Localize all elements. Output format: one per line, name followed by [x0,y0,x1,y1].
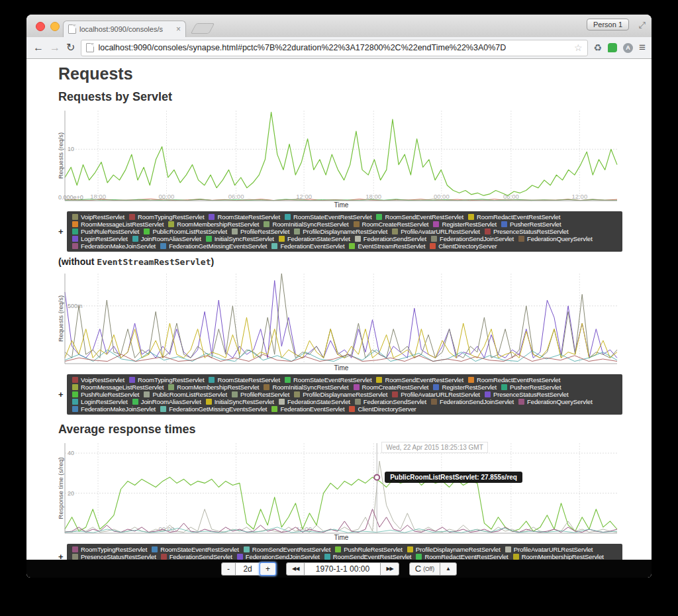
legend-item: RoomRedactEventRestServlet [468,213,560,221]
legend-swatch [468,377,474,383]
legend-swatch [433,221,439,227]
grow-range-button[interactable]: + [260,562,276,576]
refresh-toggle-button[interactable]: C(Off) [409,562,440,576]
svg-text:00:00: 00:00 [159,193,175,200]
legend-item: RoomStateEventRestServlet [285,213,371,221]
legend-swatch [349,406,355,412]
legend-item: ClientDirectoryServer [349,405,416,413]
legend-item: PusherRestServlet [501,384,561,391]
section-average-response-times: Average response times [58,423,620,436]
extension-shield-icon[interactable]: A [623,43,633,53]
legend-swatch [294,229,300,234]
legend-swatch [72,391,78,397]
legend-item: RoomSendEventRestServlet [244,546,331,553]
tab-title: localhost:9090/consoles/s [79,25,163,33]
legend-swatch [392,229,398,234]
legend-item: RoomInitialSyncRestServlet [264,384,348,391]
page-content: Requests Requests by Servlet 1018:0000:0… [26,59,652,578]
legend-item: RoomMembershipRestServlet [168,221,259,228]
legend-item: EventStreamRestServlet [349,242,425,250]
legend-swatch [264,384,269,390]
step-back-button[interactable]: ◀◀ [286,562,305,576]
legend-item: PushRuleRestServlet [335,546,402,553]
requests-by-servlet-chart[interactable]: 1018:0000:0006:0012:0018:0000:0006:0012:… [58,108,618,209]
legend-item: RoomTypingRestServlet [129,213,204,221]
legend-item: RoomCreateRestServlet [354,221,429,228]
tab-close-icon[interactable]: × [176,25,181,33]
back-button[interactable]: ← [33,42,44,53]
legend-swatch [72,399,78,405]
legend-item: FederationGetMissingEventsServlet [160,405,267,413]
legend-item: FederationSendServlet [355,398,426,405]
browser-toolbar: ← → ↻ localhost:9090/consoles/synapse.ht… [26,37,652,59]
fullscreen-icon[interactable]: ⤢ [639,20,646,30]
datetime-input[interactable] [304,562,381,576]
titlebar[interactable]: localhost:9090/consoles/s × Person 1 ⤢ [26,15,652,37]
step-forward-button[interactable]: ▶▶ [380,562,399,576]
legend-item: PublicRoomListRestServlet [144,391,227,398]
legend-swatch [376,377,382,383]
svg-text:06:00: 06:00 [228,193,244,200]
profile-button[interactable]: Person 1 [587,19,629,30]
reload-button[interactable]: ↻ [66,42,75,53]
legend-item: VoipRestServlet [72,213,124,221]
new-tab-button[interactable] [191,23,215,34]
legend-item: FederationEventServlet [271,405,344,413]
legend-swatch [513,554,519,560]
legend-item: ProfileDisplaynameRestServlet [407,546,501,553]
svg-text:Time: Time [334,364,349,372]
browser-tab[interactable]: localhost:9090/consoles/s × [63,21,186,37]
legend-expand-toggle[interactable]: + [58,227,67,236]
legend-swatch [72,377,78,383]
legend-item: InitialSyncRestServlet [206,398,274,405]
legend-swatch [416,554,422,560]
page-icon [86,43,94,52]
legend-swatch [285,214,291,220]
legend-swatch [468,214,474,220]
legend-item: PresenceStatusRestServlet [485,391,569,398]
range-input[interactable] [235,562,260,576]
legend-item: FederationSendJoinServlet [431,235,514,242]
bookmark-star-icon[interactable]: ☆ [574,42,583,53]
legend-item: LoginRestServlet [72,235,128,242]
legend-item: FederationStateServlet [279,398,350,405]
forward-button[interactable]: → [50,42,60,53]
legend-swatch [129,214,135,220]
legend-item: JoinRoomAliasServlet [132,398,201,405]
legend-swatch [72,243,78,249]
close-window-button[interactable] [36,22,45,31]
legend-item: RegisterRestServlet [433,384,497,391]
legend-swatch [72,384,78,390]
requests-without-eventstream-legend: VoipRestServletRoomTypingRestServletRoom… [67,374,622,415]
url-bar[interactable]: localhost:9090/consoles/synapse.html#pct… [81,40,587,56]
legend-swatch [237,554,243,560]
svg-text:500m: 500m [68,303,83,309]
svg-text:Requests (req/s): Requests (req/s) [58,295,64,342]
browser-window: localhost:9090/consoles/s × Person 1 ⤢ ←… [26,15,652,578]
svg-text:12:00: 12:00 [296,193,312,200]
legend-swatch [160,406,166,412]
legend-item: FederationStateServlet [279,235,350,242]
legend-item: PusherRestServlet [501,221,561,228]
legend-swatch [285,377,291,383]
legend-item: JoinRoomAliasServlet [132,235,201,242]
average-response-times-chart[interactable]: 402000:0012:00Response time (s/req)Time … [58,440,618,541]
extension-chat-icon[interactable] [608,43,617,52]
menu-icon[interactable]: ≡ [639,41,645,54]
legend-expand-toggle[interactable]: + [58,389,67,399]
tab-favicon-icon [68,25,76,34]
legend-swatch [335,546,341,552]
extension-recycle-icon[interactable]: ♻ [594,42,603,53]
minimize-window-button[interactable] [50,22,60,31]
legend-item: ProfileRestServlet [232,391,289,398]
legend-swatch [354,384,360,390]
legend-item: PublicRoomListRestServlet [144,228,227,235]
requests-without-eventstream-chart[interactable]: 500mRequests (req/s)Time [58,271,618,372]
legend-swatch [355,236,361,242]
legend-swatch [144,229,150,234]
refresh-interval-dropdown[interactable]: ▲ [440,562,457,576]
shrink-range-button[interactable]: - [221,562,236,576]
legend-item: FederationMakeJoinServlet [72,405,156,413]
legend-swatch [294,391,300,397]
legend-swatch [354,221,360,227]
